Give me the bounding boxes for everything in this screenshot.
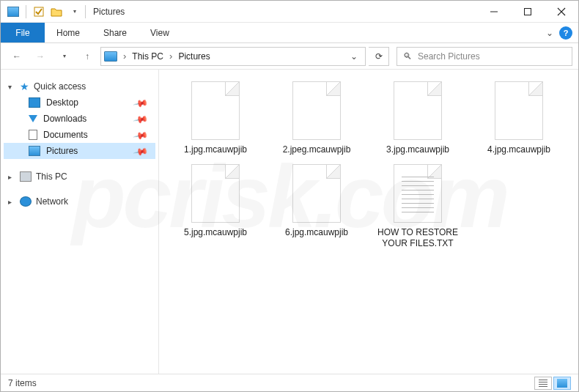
breadcrumb-separator bbox=[120, 51, 129, 62]
file-name-label: 3.jpg.mcauwpjib bbox=[386, 144, 449, 155]
chevron-right-icon: ▸ bbox=[8, 173, 15, 181]
explorer-window: pcrisk.com ▾ Pictures File Home Share Vi… bbox=[0, 0, 579, 392]
ribbon-expand-icon[interactable]: ⌄ bbox=[546, 28, 553, 38]
sidebar-this-pc[interactable]: ▸ This PC bbox=[4, 169, 155, 184]
sidebar-item-label: Downloads bbox=[43, 114, 86, 124]
chevron-right-icon: ▸ bbox=[8, 198, 15, 206]
titlebar: ▾ Pictures bbox=[1, 1, 578, 23]
address-bar[interactable]: This PC Pictures ⌄ bbox=[100, 47, 366, 66]
chevron-down-icon: ▾ bbox=[8, 83, 15, 91]
svg-rect-2 bbox=[525, 8, 531, 15]
maximize-button[interactable] bbox=[511, 1, 545, 23]
file-menu[interactable]: File bbox=[1, 23, 45, 42]
documents-icon bbox=[29, 130, 37, 140]
qat-properties-button[interactable] bbox=[31, 4, 47, 20]
file-icon bbox=[292, 81, 341, 140]
file-item[interactable]: HOW TO RESTORE YOUR FILES.TXT bbox=[377, 164, 458, 249]
file-item[interactable]: 4.jpg.mcauwpjib bbox=[479, 81, 559, 155]
pin-icon: 📌 bbox=[133, 127, 149, 142]
desktop-icon bbox=[29, 97, 40, 108]
file-name-label: HOW TO RESTORE YOUR FILES.TXT bbox=[377, 227, 458, 249]
large-icons-view-icon bbox=[557, 379, 567, 388]
sidebar-item-downloads[interactable]: Downloads 📌 bbox=[4, 111, 155, 127]
details-view-icon bbox=[539, 380, 547, 387]
view-details-button[interactable] bbox=[534, 377, 552, 390]
sidebar-label: Network bbox=[36, 196, 68, 207]
tab-share[interactable]: Share bbox=[92, 23, 139, 42]
file-icon bbox=[191, 164, 240, 223]
network-icon bbox=[20, 196, 32, 207]
file-item[interactable]: 5.jpg.mcauwpjib bbox=[175, 164, 256, 249]
item-count-label: 7 items bbox=[8, 378, 37, 388]
close-button[interactable] bbox=[545, 1, 578, 23]
sidebar-label: This PC bbox=[36, 171, 67, 182]
nav-back-button[interactable]: ← bbox=[7, 46, 27, 67]
search-input[interactable]: 🔍︎ Search Pictures bbox=[397, 47, 572, 66]
file-icon bbox=[292, 164, 341, 223]
nav-forward-button[interactable]: → bbox=[30, 46, 51, 67]
sidebar-item-label: Pictures bbox=[46, 146, 78, 156]
sidebar-item-label: Documents bbox=[43, 130, 88, 140]
file-name-label: 4.jpg.mcauwpjib bbox=[487, 144, 550, 155]
breadcrumb-separator bbox=[166, 51, 175, 62]
status-bar: 7 items bbox=[1, 374, 578, 391]
view-large-button[interactable] bbox=[553, 377, 571, 390]
location-icon bbox=[104, 51, 117, 62]
sidebar-item-label: Desktop bbox=[46, 97, 78, 108]
sidebar-item-documents[interactable]: Documents 📌 bbox=[4, 127, 155, 143]
file-name-label: 6.jpg.mcauwpjib bbox=[285, 227, 348, 238]
file-icon bbox=[191, 81, 240, 140]
qat-newfolder-button[interactable] bbox=[48, 4, 64, 20]
file-icon bbox=[495, 81, 543, 140]
breadcrumb-part-0[interactable]: This PC bbox=[130, 50, 165, 63]
search-placeholder: Search Pictures bbox=[418, 51, 480, 62]
ribbon-tabs: File Home Share View ⌄ ? bbox=[1, 23, 578, 43]
sidebar-item-desktop[interactable]: Desktop 📌 bbox=[4, 95, 155, 111]
file-item[interactable]: 6.jpg.mcauwpjib bbox=[276, 164, 357, 249]
navigation-pane: ▾ ★ Quick access Desktop 📌 Downloads 📌 D… bbox=[1, 70, 159, 374]
refresh-button[interactable]: ⟳ bbox=[369, 47, 389, 66]
file-view[interactable]: 1.jpg.mcauwpjib2.jpeg.mcauwpjib3.jpg.mca… bbox=[159, 70, 578, 374]
window-title: Pictures bbox=[93, 7, 125, 17]
file-item[interactable]: 3.jpg.mcauwpjib bbox=[377, 81, 458, 155]
file-name-label: 1.jpg.mcauwpjib bbox=[184, 144, 247, 155]
file-item[interactable]: 1.jpg.mcauwpjib bbox=[175, 81, 256, 155]
tab-view[interactable]: View bbox=[139, 23, 181, 42]
address-dropdown-icon[interactable]: ⌄ bbox=[346, 51, 362, 62]
file-name-label: 5.jpg.mcauwpjib bbox=[184, 227, 247, 238]
nav-up-button[interactable]: ↑ bbox=[77, 46, 97, 67]
sidebar-network[interactable]: ▸ Network bbox=[4, 194, 155, 209]
search-icon: 🔍︎ bbox=[403, 51, 412, 62]
sidebar-quick-access[interactable]: ▾ ★ Quick access bbox=[4, 78, 155, 95]
minimize-button[interactable] bbox=[477, 1, 511, 23]
qat-dropdown[interactable]: ▾ bbox=[66, 4, 82, 20]
breadcrumb-part-1[interactable]: Pictures bbox=[177, 50, 211, 63]
file-icon bbox=[394, 164, 442, 223]
downloads-icon bbox=[29, 115, 37, 122]
file-name-label: 2.jpeg.mcauwpjib bbox=[283, 144, 351, 155]
pin-icon: 📌 bbox=[133, 95, 149, 110]
file-icon bbox=[394, 81, 442, 140]
sidebar-label: Quick access bbox=[34, 81, 86, 92]
navigation-bar: ← → ▾ ↑ This PC Pictures ⌄ ⟳ 🔍︎ Search P… bbox=[1, 43, 578, 70]
pin-icon: 📌 bbox=[133, 143, 149, 158]
file-item[interactable]: 2.jpeg.mcauwpjib bbox=[276, 81, 357, 155]
pictures-icon bbox=[29, 146, 40, 156]
tab-home[interactable]: Home bbox=[45, 23, 92, 42]
pc-icon bbox=[20, 171, 32, 182]
app-icon[interactable] bbox=[5, 4, 21, 20]
quick-access-toolbar: ▾ bbox=[1, 4, 82, 20]
nav-recent-dropdown[interactable]: ▾ bbox=[54, 46, 74, 67]
help-button[interactable]: ? bbox=[559, 26, 572, 40]
pin-icon: 📌 bbox=[133, 111, 149, 126]
sidebar-item-pictures[interactable]: Pictures 📌 bbox=[4, 143, 155, 159]
star-icon: ★ bbox=[20, 81, 29, 92]
